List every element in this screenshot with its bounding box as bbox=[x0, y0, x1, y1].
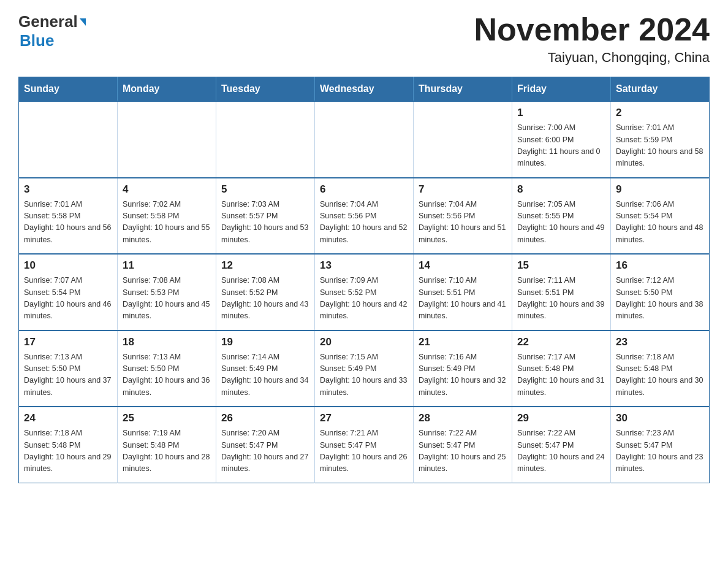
day-info: Sunrise: 7:21 AMSunset: 5:47 PMDaylight:… bbox=[320, 427, 408, 475]
day-number: 3 bbox=[24, 183, 112, 196]
calendar-cell: 27Sunrise: 7:21 AMSunset: 5:47 PMDayligh… bbox=[315, 407, 414, 483]
col-header-thursday: Thursday bbox=[414, 77, 512, 102]
day-number: 12 bbox=[221, 259, 309, 272]
calendar-table: SundayMondayTuesdayWednesdayThursdayFrid… bbox=[18, 77, 710, 483]
day-number: 29 bbox=[517, 412, 605, 424]
calendar-header-row: SundayMondayTuesdayWednesdayThursdayFrid… bbox=[19, 77, 710, 102]
day-info: Sunrise: 7:01 AMSunset: 5:58 PMDaylight:… bbox=[24, 199, 112, 247]
day-number: 30 bbox=[616, 412, 704, 424]
day-number: 1 bbox=[517, 107, 605, 119]
day-info: Sunrise: 7:01 AMSunset: 5:59 PMDaylight:… bbox=[616, 122, 704, 170]
day-info: Sunrise: 7:05 AMSunset: 5:55 PMDaylight:… bbox=[517, 199, 605, 247]
day-info: Sunrise: 7:08 AMSunset: 5:53 PMDaylight:… bbox=[123, 275, 211, 323]
col-header-tuesday: Tuesday bbox=[216, 77, 315, 102]
calendar-cell: 10Sunrise: 7:07 AMSunset: 5:54 PMDayligh… bbox=[19, 254, 118, 331]
calendar-cell: 3Sunrise: 7:01 AMSunset: 5:58 PMDaylight… bbox=[19, 178, 118, 255]
day-number: 20 bbox=[320, 336, 408, 348]
day-number: 18 bbox=[123, 336, 211, 348]
day-info: Sunrise: 7:06 AMSunset: 5:54 PMDaylight:… bbox=[616, 199, 704, 247]
day-info: Sunrise: 7:20 AMSunset: 5:47 PMDaylight:… bbox=[221, 427, 309, 475]
logo-triangle-icon bbox=[80, 18, 86, 26]
day-info: Sunrise: 7:22 AMSunset: 5:47 PMDaylight:… bbox=[517, 427, 605, 475]
day-info: Sunrise: 7:19 AMSunset: 5:48 PMDaylight:… bbox=[123, 427, 211, 475]
calendar-cell: 15Sunrise: 7:11 AMSunset: 5:51 PMDayligh… bbox=[512, 254, 611, 331]
calendar-week-row: 10Sunrise: 7:07 AMSunset: 5:54 PMDayligh… bbox=[19, 254, 710, 331]
day-number: 6 bbox=[320, 183, 408, 196]
logo-blue-label: Blue bbox=[18, 31, 54, 50]
day-info: Sunrise: 7:11 AMSunset: 5:51 PMDaylight:… bbox=[517, 275, 605, 323]
calendar-title: November 2024 bbox=[474, 12, 710, 47]
calendar-cell bbox=[19, 101, 118, 178]
day-number: 10 bbox=[24, 259, 112, 272]
calendar-cell bbox=[315, 101, 414, 178]
calendar-cell: 22Sunrise: 7:17 AMSunset: 5:48 PMDayligh… bbox=[512, 331, 611, 407]
logo-text: General bbox=[18, 12, 86, 31]
calendar-cell: 1Sunrise: 7:00 AMSunset: 6:00 PMDaylight… bbox=[512, 101, 611, 178]
day-info: Sunrise: 7:17 AMSunset: 5:48 PMDaylight:… bbox=[517, 351, 605, 399]
day-number: 26 bbox=[221, 412, 309, 424]
day-info: Sunrise: 7:08 AMSunset: 5:52 PMDaylight:… bbox=[221, 275, 309, 323]
calendar-location: Taiyuan, Chongqing, China bbox=[474, 50, 710, 66]
calendar-cell: 11Sunrise: 7:08 AMSunset: 5:53 PMDayligh… bbox=[118, 254, 216, 331]
calendar-cell: 5Sunrise: 7:03 AMSunset: 5:57 PMDaylight… bbox=[216, 178, 315, 255]
day-number: 2 bbox=[616, 107, 704, 119]
day-info: Sunrise: 7:13 AMSunset: 5:50 PMDaylight:… bbox=[123, 351, 211, 399]
logo-blue-text: Blue bbox=[20, 31, 54, 50]
col-header-sunday: Sunday bbox=[19, 77, 118, 102]
calendar-cell: 7Sunrise: 7:04 AMSunset: 5:56 PMDaylight… bbox=[414, 178, 512, 255]
calendar-cell: 25Sunrise: 7:19 AMSunset: 5:48 PMDayligh… bbox=[118, 407, 216, 483]
day-info: Sunrise: 7:02 AMSunset: 5:58 PMDaylight:… bbox=[123, 199, 211, 247]
calendar-week-row: 3Sunrise: 7:01 AMSunset: 5:58 PMDaylight… bbox=[19, 178, 710, 255]
day-info: Sunrise: 7:09 AMSunset: 5:52 PMDaylight:… bbox=[320, 275, 408, 323]
calendar-cell: 18Sunrise: 7:13 AMSunset: 5:50 PMDayligh… bbox=[118, 331, 216, 407]
day-info: Sunrise: 7:18 AMSunset: 5:48 PMDaylight:… bbox=[24, 427, 112, 475]
calendar-cell: 28Sunrise: 7:22 AMSunset: 5:47 PMDayligh… bbox=[414, 407, 512, 483]
day-info: Sunrise: 7:18 AMSunset: 5:48 PMDaylight:… bbox=[616, 351, 704, 399]
calendar-cell bbox=[414, 101, 512, 178]
day-number: 22 bbox=[517, 336, 605, 348]
calendar-cell: 6Sunrise: 7:04 AMSunset: 5:56 PMDaylight… bbox=[315, 178, 414, 255]
day-info: Sunrise: 7:15 AMSunset: 5:49 PMDaylight:… bbox=[320, 351, 408, 399]
day-number: 24 bbox=[24, 412, 112, 424]
calendar-cell: 24Sunrise: 7:18 AMSunset: 5:48 PMDayligh… bbox=[19, 407, 118, 483]
col-header-saturday: Saturday bbox=[611, 77, 710, 102]
col-header-friday: Friday bbox=[512, 77, 611, 102]
day-info: Sunrise: 7:07 AMSunset: 5:54 PMDaylight:… bbox=[24, 275, 112, 323]
logo-general-text: General bbox=[18, 12, 78, 31]
calendar-cell: 30Sunrise: 7:23 AMSunset: 5:47 PMDayligh… bbox=[611, 407, 710, 483]
day-number: 21 bbox=[419, 336, 507, 348]
calendar-cell: 19Sunrise: 7:14 AMSunset: 5:49 PMDayligh… bbox=[216, 331, 315, 407]
day-info: Sunrise: 7:22 AMSunset: 5:47 PMDaylight:… bbox=[419, 427, 507, 475]
calendar-cell: 16Sunrise: 7:12 AMSunset: 5:50 PMDayligh… bbox=[611, 254, 710, 331]
day-number: 25 bbox=[123, 412, 211, 424]
calendar-cell: 14Sunrise: 7:10 AMSunset: 5:51 PMDayligh… bbox=[414, 254, 512, 331]
calendar-cell: 20Sunrise: 7:15 AMSunset: 5:49 PMDayligh… bbox=[315, 331, 414, 407]
day-number: 7 bbox=[419, 183, 507, 196]
day-info: Sunrise: 7:13 AMSunset: 5:50 PMDaylight:… bbox=[24, 351, 112, 399]
day-number: 27 bbox=[320, 412, 408, 424]
calendar-cell bbox=[118, 101, 216, 178]
calendar-title-block: November 2024 Taiyuan, Chongqing, China bbox=[474, 12, 710, 66]
calendar-cell: 23Sunrise: 7:18 AMSunset: 5:48 PMDayligh… bbox=[611, 331, 710, 407]
col-header-wednesday: Wednesday bbox=[315, 77, 414, 102]
day-number: 8 bbox=[517, 183, 605, 196]
day-number: 15 bbox=[517, 259, 605, 272]
calendar-cell: 17Sunrise: 7:13 AMSunset: 5:50 PMDayligh… bbox=[19, 331, 118, 407]
day-info: Sunrise: 7:16 AMSunset: 5:49 PMDaylight:… bbox=[419, 351, 507, 399]
calendar-week-row: 24Sunrise: 7:18 AMSunset: 5:48 PMDayligh… bbox=[19, 407, 710, 483]
day-info: Sunrise: 7:14 AMSunset: 5:49 PMDaylight:… bbox=[221, 351, 309, 399]
day-info: Sunrise: 7:04 AMSunset: 5:56 PMDaylight:… bbox=[419, 199, 507, 247]
calendar-cell: 2Sunrise: 7:01 AMSunset: 5:59 PMDaylight… bbox=[611, 101, 710, 178]
day-info: Sunrise: 7:10 AMSunset: 5:51 PMDaylight:… bbox=[419, 275, 507, 323]
calendar-cell: 9Sunrise: 7:06 AMSunset: 5:54 PMDaylight… bbox=[611, 178, 710, 255]
day-number: 4 bbox=[123, 183, 211, 196]
day-number: 17 bbox=[24, 336, 112, 348]
calendar-cell: 13Sunrise: 7:09 AMSunset: 5:52 PMDayligh… bbox=[315, 254, 414, 331]
day-info: Sunrise: 7:12 AMSunset: 5:50 PMDaylight:… bbox=[616, 275, 704, 323]
calendar-cell bbox=[216, 101, 315, 178]
day-info: Sunrise: 7:03 AMSunset: 5:57 PMDaylight:… bbox=[221, 199, 309, 247]
logo: General Blue bbox=[18, 12, 86, 50]
day-info: Sunrise: 7:00 AMSunset: 6:00 PMDaylight:… bbox=[517, 122, 605, 170]
page-header: General Blue November 2024 Taiyuan, Chon… bbox=[18, 12, 710, 66]
day-number: 5 bbox=[221, 183, 309, 196]
